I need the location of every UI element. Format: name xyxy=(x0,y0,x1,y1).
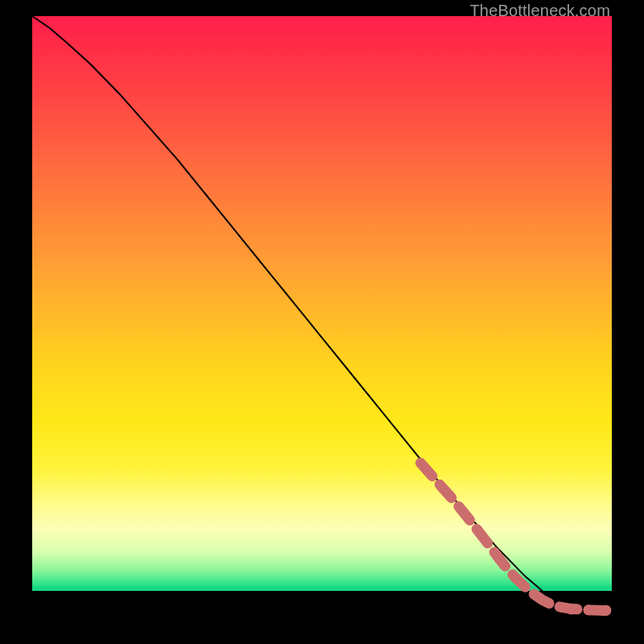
dotted-tail-path xyxy=(420,463,605,611)
curve-svg xyxy=(32,16,612,612)
plot-area xyxy=(32,16,612,612)
chart-stage: TheBottleneck.com xyxy=(0,0,644,644)
tail-dot xyxy=(601,605,611,616)
curve-group xyxy=(32,16,612,612)
tail-dot xyxy=(584,605,594,615)
dotted-tail xyxy=(420,463,611,616)
main-curve xyxy=(32,16,612,612)
tail-dot xyxy=(566,605,576,615)
